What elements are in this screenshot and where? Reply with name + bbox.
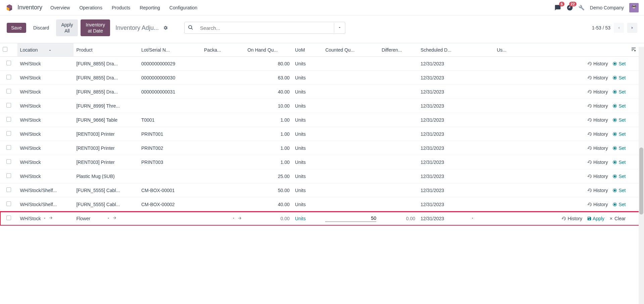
set-button[interactable]: Set [612, 75, 626, 80]
cell-scheduled-edit[interactable]: 12/31/2023 [418, 211, 494, 226]
set-button[interactable]: Set [612, 131, 626, 137]
cell-scheduled[interactable]: 12/31/2023 [418, 155, 494, 169]
cell-lot[interactable]: 0000000000030 [139, 71, 201, 85]
cell-user[interactable] [494, 183, 516, 197]
cell-scheduled[interactable]: 12/31/2023 [418, 85, 494, 99]
history-button[interactable]: History [587, 117, 608, 123]
cell-counted-edit[interactable] [323, 211, 379, 226]
activities-button[interactable]: 22 [566, 4, 573, 11]
cell-user[interactable] [494, 169, 516, 183]
cell-lot-edit[interactable] [139, 211, 201, 226]
cell-scheduled[interactable]: 12/31/2023 [418, 99, 494, 113]
row-checkbox[interactable] [0, 155, 17, 169]
pager-next-button[interactable] [627, 23, 637, 33]
cell-package[interactable] [201, 141, 245, 155]
history-button[interactable]: History [587, 202, 608, 207]
col-product[interactable]: Product [73, 43, 139, 57]
set-button[interactable]: Set [612, 202, 626, 207]
cell-product[interactable]: [RENT003] Printer [73, 127, 139, 141]
gear-icon[interactable] [163, 25, 168, 31]
cell-scheduled[interactable]: 12/31/2023 [418, 127, 494, 141]
col-difference[interactable]: Differen... [379, 43, 418, 57]
cell-lot[interactable]: CM-BOX-00001 [139, 183, 201, 197]
row-checkbox[interactable] [0, 127, 17, 141]
set-button[interactable]: Set [612, 188, 626, 193]
row-checkbox[interactable] [0, 197, 17, 211]
cell-location[interactable]: WH/Stock [17, 141, 74, 155]
cell-location[interactable]: WH/Stock [17, 71, 74, 85]
cell-user[interactable] [494, 113, 516, 127]
nav-operations[interactable]: Operations [79, 5, 102, 10]
set-button[interactable]: Set [612, 117, 626, 123]
cell-location[interactable]: WH/Stock/Shelf... [17, 197, 74, 211]
cell-user[interactable] [494, 85, 516, 99]
cell-user[interactable] [494, 71, 516, 85]
history-button[interactable]: History [587, 174, 608, 179]
cell-counted[interactable] [323, 71, 379, 85]
cell-location[interactable]: WH/Stock [17, 155, 74, 169]
cell-product[interactable]: [FURN_9666] Table [73, 113, 139, 127]
cell-package[interactable] [201, 57, 245, 71]
table-row[interactable]: WH/Stock/Shelf...[FURN_5555] Cabl...CM-B… [0, 197, 644, 211]
cell-lot[interactable]: CM-BOX-00002 [139, 197, 201, 211]
cell-counted[interactable] [323, 141, 379, 155]
row-checkbox[interactable] [0, 113, 17, 127]
cell-counted[interactable] [323, 183, 379, 197]
row-checkbox[interactable] [0, 211, 17, 226]
cell-user-edit[interactable] [494, 211, 516, 226]
cell-package[interactable] [201, 113, 245, 127]
table-row[interactable]: WH/Stock[FURN_8855] Dra...00000000000298… [0, 57, 644, 71]
wrench-icon[interactable] [579, 5, 585, 11]
cell-product[interactable]: [FURN_5555] Cabl... [73, 183, 139, 197]
table-row[interactable]: WH/Stock[FURN_8999] Thre...10.00Units12/… [0, 99, 644, 113]
history-button[interactable]: History [587, 188, 608, 193]
table-row[interactable]: WH/Stock/Shelf...[FURN_5555] Cabl...CM-B… [0, 183, 644, 197]
cell-product[interactable]: [FURN_8855] Dra... [73, 71, 139, 85]
cell-lot[interactable] [139, 169, 201, 183]
set-button[interactable]: Set [612, 103, 626, 109]
cell-product[interactable]: [FURN_8855] Dra... [73, 85, 139, 99]
history-button[interactable]: History [587, 160, 608, 165]
cell-product[interactable]: [FURN_8855] Dra... [73, 57, 139, 71]
cell-location[interactable]: WH/Stock [17, 169, 74, 183]
cell-counted[interactable] [323, 57, 379, 71]
cell-location[interactable]: WH/Stock [17, 99, 74, 113]
table-row[interactable]: WH/Stock[FURN_9666] TableT00011.00Units1… [0, 113, 644, 127]
company-selector[interactable]: Demo Company [590, 5, 624, 10]
history-button[interactable]: History [587, 61, 608, 66]
cell-counted[interactable] [323, 99, 379, 113]
cell-package[interactable] [201, 71, 245, 85]
set-button[interactable]: Set [612, 61, 626, 66]
cell-scheduled[interactable]: 12/31/2023 [418, 183, 494, 197]
table-row[interactable]: WH/Stock[RENT003] PrinterPRINT0031.00Uni… [0, 155, 644, 169]
cell-product[interactable]: Plastic Mug (SUB) [73, 169, 139, 183]
cell-lot[interactable] [139, 99, 201, 113]
cell-product[interactable]: [RENT003] Printer [73, 155, 139, 169]
history-button[interactable]: History [587, 75, 608, 80]
col-checkbox-all[interactable] [0, 43, 17, 57]
cell-scheduled[interactable]: 12/31/2023 [418, 71, 494, 85]
nav-configuration[interactable]: Configuration [169, 5, 197, 10]
messages-button[interactable]: 6 [554, 4, 561, 11]
discard-button[interactable]: Discard [29, 23, 53, 33]
cell-location[interactable]: WH/Stock [17, 85, 74, 99]
cell-product[interactable]: [RENT003] Printer [73, 141, 139, 155]
cell-package[interactable] [201, 155, 245, 169]
cell-product[interactable]: [FURN_5555] Cabl... [73, 197, 139, 211]
chevron-down-icon[interactable] [107, 217, 110, 221]
scrollbar-thumb[interactable] [639, 147, 643, 215]
history-button[interactable]: History [561, 216, 582, 221]
set-button[interactable]: Set [612, 89, 626, 95]
edit-row[interactable]: WH/Stock Flower 0.00Units0.0012/31/2023 … [0, 211, 644, 226]
col-counted[interactable]: Counted Qu... [323, 43, 379, 57]
row-checkbox[interactable] [0, 169, 17, 183]
apply-all-button[interactable]: Apply All [56, 19, 78, 36]
pager-text[interactable]: 1-53 / 53 [592, 25, 610, 31]
table-row[interactable]: WH/Stock[FURN_8855] Dra...00000000000314… [0, 85, 644, 99]
cell-counted[interactable] [323, 155, 379, 169]
history-button[interactable]: History [587, 145, 608, 151]
cell-package[interactable] [201, 127, 245, 141]
apply-button[interactable]: Apply [587, 216, 604, 221]
external-link-icon[interactable] [112, 216, 117, 221]
table-row[interactable]: WH/StockPlastic Mug (SUB)25.00Units12/31… [0, 169, 644, 183]
